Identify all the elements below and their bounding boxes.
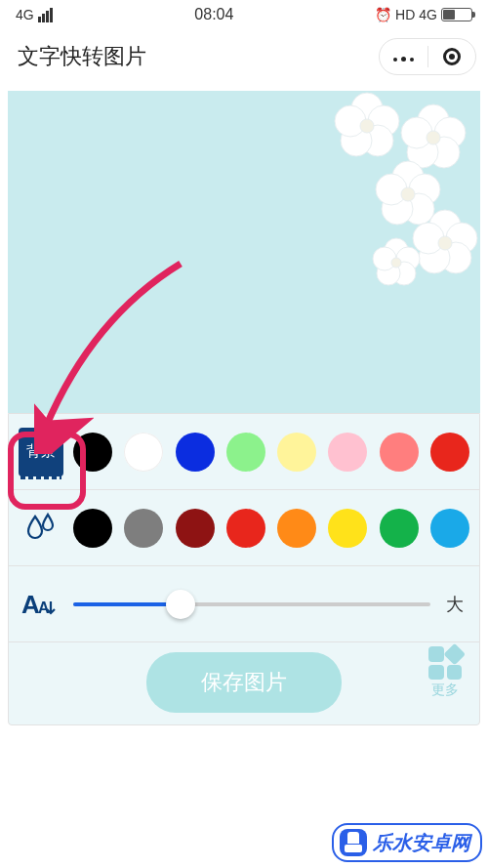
fontsize-slider[interactable] (73, 590, 430, 619)
droplets-icon (23, 511, 59, 546)
watermark: 乐水安卓网 (332, 823, 482, 862)
svg-point-23 (438, 236, 452, 250)
fg-swatch[interactable] (73, 509, 112, 548)
clock: 08:04 (194, 6, 233, 23)
fontsize-icon: A A (21, 588, 61, 621)
status-bar: 4G 08:04 ⏰ HD 4G (0, 0, 488, 29)
svg-point-5 (360, 119, 374, 133)
fg-swatch[interactable] (277, 509, 316, 548)
fontsize-max-label: 大 (440, 593, 469, 616)
menu-button[interactable] (380, 39, 427, 74)
background-swatches (73, 433, 469, 472)
status-right: ⏰ HD 4G (375, 7, 472, 22)
background-row: 背景 (9, 414, 479, 490)
fg-swatch[interactable] (176, 509, 215, 548)
target-icon (443, 48, 461, 65)
bg-swatch[interactable] (328, 433, 367, 472)
svg-point-22 (413, 223, 444, 254)
foreground-row (9, 490, 479, 566)
svg-point-11 (427, 131, 440, 145)
flower-decoration (289, 91, 480, 311)
bg-swatch[interactable] (277, 433, 316, 472)
background-label[interactable]: 背景 (19, 428, 63, 476)
foreground-swatches (73, 509, 469, 548)
bg-swatch[interactable] (124, 433, 163, 472)
ellipsis-icon (391, 48, 416, 65)
canvas-preview[interactable] (8, 91, 480, 413)
fontsize-label: A A (19, 588, 63, 621)
more-label: 更多 (428, 682, 462, 699)
svg-point-29 (391, 258, 401, 268)
tool-panel: 背景 A A 大 保存图片 (8, 413, 480, 725)
fg-swatch[interactable] (328, 509, 367, 548)
bg-swatch[interactable] (430, 433, 469, 472)
bg-swatch[interactable] (380, 433, 419, 472)
hd-label: HD (395, 7, 415, 22)
svg-point-16 (376, 174, 407, 205)
signal-icon (38, 7, 54, 22)
foreground-label (19, 511, 63, 546)
svg-point-10 (401, 117, 432, 148)
network-label: 4G (16, 7, 34, 22)
page-title: 文字快转图片 (18, 42, 146, 71)
watermark-icon (340, 829, 367, 856)
grid-icon (428, 646, 462, 680)
fg-swatch[interactable] (430, 509, 469, 548)
fg-swatch[interactable] (380, 509, 419, 548)
bg-swatch[interactable] (73, 433, 112, 472)
fg-swatch[interactable] (124, 509, 163, 548)
save-button[interactable]: 保存图片 (146, 652, 342, 713)
bg-swatch[interactable] (176, 433, 215, 472)
battery-icon (441, 8, 472, 21)
fontsize-row: A A 大 (9, 566, 479, 642)
svg-point-17 (401, 187, 415, 201)
more-button[interactable]: 更多 (428, 646, 462, 699)
alarm-icon: ⏰ (375, 7, 391, 22)
close-button[interactable] (428, 39, 476, 74)
header: 文字快转图片 (0, 29, 488, 83)
svg-point-4 (335, 105, 366, 137)
bg-swatch[interactable] (226, 433, 265, 472)
svg-text:A: A (38, 599, 50, 616)
miniprogram-capsule (379, 38, 476, 75)
action-footer: 保存图片 更多 (9, 642, 479, 717)
status-left: 4G (16, 7, 54, 22)
background-chip-icon: 背景 (19, 428, 63, 476)
watermark-text: 乐水安卓网 (373, 830, 470, 856)
fg-swatch[interactable] (226, 509, 265, 548)
network2-label: 4G (419, 7, 437, 22)
